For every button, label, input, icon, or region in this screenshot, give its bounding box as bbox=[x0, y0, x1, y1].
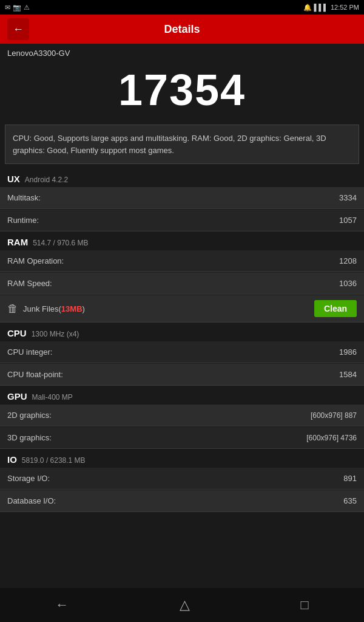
description-text: CPU: Good, Supports large apps and multi… bbox=[13, 134, 326, 155]
junk-files-left: 🗑 Junk Files(13MB) bbox=[7, 302, 85, 315]
warning-icon: ⚠ bbox=[24, 4, 30, 12]
cpu-integer-value: 1986 bbox=[339, 347, 357, 357]
io-section-header: IO 5819.0 / 6238.1 MB bbox=[0, 449, 364, 467]
junk-files-label: Junk Files(13MB) bbox=[23, 304, 85, 313]
ux-subtitle: Android 4.2.2 bbox=[25, 176, 68, 184]
gpu-subtitle: Mali-400 MP bbox=[32, 393, 73, 402]
status-left-icons: ✉ 📷 ⚠ bbox=[5, 4, 30, 12]
nav-recent-icon: □ bbox=[300, 597, 308, 613]
database-io-value: 635 bbox=[343, 496, 357, 505]
bottom-nav: ← △ □ bbox=[0, 588, 364, 622]
description-box: CPU: Good, Supports large apps and multi… bbox=[5, 125, 359, 164]
database-io-row: Database I/O: 635 bbox=[0, 490, 364, 512]
storage-io-value: 891 bbox=[343, 474, 357, 483]
status-right-icons: 🔔 ▌▌▌ 12:52 PM bbox=[303, 4, 359, 12]
3d-graphics-row: 3D graphics: [600x976] 4736 bbox=[0, 427, 364, 449]
runtime-value: 1057 bbox=[339, 216, 357, 225]
storage-io-label: Storage I/O: bbox=[7, 474, 50, 483]
io-subtitle: 5819.0 / 6238.1 MB bbox=[22, 456, 86, 465]
ram-operation-label: RAM Operation: bbox=[7, 256, 64, 265]
gpu-section-header: GPU Mali-400 MP bbox=[0, 386, 364, 404]
runtime-label: Runtime: bbox=[7, 216, 39, 225]
title-bar: ← Details bbox=[0, 15, 364, 44]
nav-recent-button[interactable]: □ bbox=[300, 597, 308, 613]
alarm-icon: 🔔 bbox=[303, 4, 312, 12]
2d-graphics-value: [600x976] 887 bbox=[311, 411, 357, 420]
nav-home-icon: △ bbox=[180, 597, 190, 613]
multitask-value: 3334 bbox=[339, 193, 357, 202]
signal-icon: ▌▌▌ bbox=[314, 4, 328, 11]
cpu-integer-row: CPU integer: 1986 bbox=[0, 341, 364, 363]
ux-title: UX bbox=[7, 174, 20, 184]
ram-speed-value: 1036 bbox=[339, 279, 357, 288]
ux-section-header: UX Android 4.2.2 bbox=[0, 169, 364, 186]
cpu-section-header: CPU 1300 MHz (x4) bbox=[0, 323, 364, 341]
junk-size: 13MB bbox=[61, 304, 83, 313]
cpu-integer-label: CPU integer: bbox=[7, 347, 52, 357]
ram-subtitle: 514.7 / 970.6 MB bbox=[33, 239, 88, 247]
3d-graphics-label: 3D graphics: bbox=[7, 433, 52, 442]
cpu-subtitle: 1300 MHz (x4) bbox=[32, 330, 79, 338]
nav-back-icon: ← bbox=[55, 597, 69, 613]
cpu-float-label: CPU float-point: bbox=[7, 370, 63, 379]
2d-graphics-row: 2D graphics: [600x976] 887 bbox=[0, 405, 364, 426]
notification-icon-1: ✉ bbox=[5, 4, 10, 12]
io-title: IO bbox=[7, 454, 17, 465]
trash-icon: 🗑 bbox=[7, 302, 18, 315]
ram-section-header: RAM 514.7 / 970.6 MB bbox=[0, 232, 364, 250]
main-content: LenovoA3300-GV 17354 CPU: Good, Supports… bbox=[0, 44, 364, 588]
ram-operation-value: 1208 bbox=[339, 256, 357, 265]
database-io-label: Database I/O: bbox=[7, 496, 56, 505]
2d-graphics-label: 2D graphics: bbox=[7, 411, 52, 420]
cpu-float-value: 1584 bbox=[339, 370, 357, 379]
page-title: Details bbox=[29, 23, 335, 36]
ram-operation-row: RAM Operation: 1208 bbox=[0, 250, 364, 272]
junk-files-row: 🗑 Junk Files(13MB) Clean bbox=[0, 295, 364, 323]
ram-speed-label: RAM Speed: bbox=[7, 279, 52, 288]
nav-home-button[interactable]: △ bbox=[180, 597, 190, 613]
benchmark-score: 17354 bbox=[7, 65, 357, 115]
storage-io-row: Storage I/O: 891 bbox=[0, 468, 364, 490]
nav-back-button[interactable]: ← bbox=[55, 597, 69, 613]
ram-speed-row: RAM Speed: 1036 bbox=[0, 273, 364, 295]
device-name: LenovoA3300-GV bbox=[0, 44, 364, 60]
time-display: 12:52 PM bbox=[331, 4, 359, 11]
3d-graphics-value: [600x976] 4736 bbox=[306, 434, 357, 442]
back-icon: ← bbox=[13, 23, 24, 36]
gpu-title: GPU bbox=[7, 391, 27, 402]
back-button[interactable]: ← bbox=[7, 18, 29, 40]
cpu-float-row: CPU float-point: 1584 bbox=[0, 364, 364, 386]
notification-icon-2: 📷 bbox=[13, 4, 21, 12]
score-container: 17354 bbox=[0, 60, 364, 125]
ram-title: RAM bbox=[7, 237, 28, 247]
multitask-label: Multitask: bbox=[7, 193, 41, 202]
cpu-title: CPU bbox=[7, 328, 27, 338]
status-bar: ✉ 📷 ⚠ 🔔 ▌▌▌ 12:52 PM bbox=[0, 0, 364, 15]
clean-button[interactable]: Clean bbox=[314, 300, 357, 317]
runtime-row: Runtime: 1057 bbox=[0, 210, 364, 231]
multitask-row: Multitask: 3334 bbox=[0, 187, 364, 209]
